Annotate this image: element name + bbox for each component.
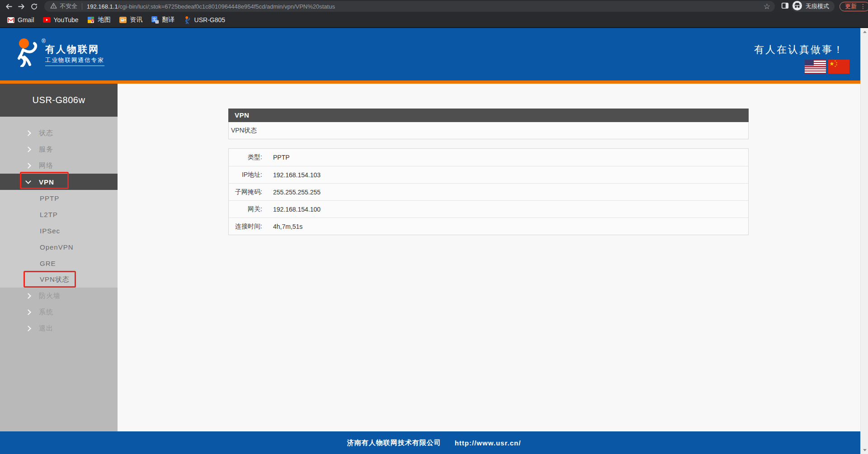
sidebar-item-vpn-status[interactable]: VPN状态 — [0, 271, 118, 288]
scrollbar[interactable] — [860, 28, 868, 454]
incognito-label: 无痕模式 — [806, 2, 829, 10]
back-icon[interactable] — [5, 3, 13, 10]
panel-subtitle: VPN状态 — [228, 122, 749, 139]
sidebar-item-ipsec[interactable]: IPSec — [0, 222, 118, 239]
browser-toolbar: 不安全 192.168.1.1 /cgi-bin/luci/;stok=6725… — [0, 0, 868, 13]
chevron-right-icon — [25, 309, 31, 315]
row-value: 255.255.255.255 — [262, 189, 321, 196]
bookmark-star-icon[interactable]: ☆ — [764, 3, 770, 10]
incognito-icon — [793, 1, 802, 12]
vpn-submenu: PPTP L2TP IPSec OpenVPN GRE VPN状态 — [0, 190, 118, 288]
device-name: USR-G806w — [0, 84, 118, 117]
gmail-icon — [7, 16, 14, 24]
usr-logo-icon — [184, 16, 191, 24]
scroll-down-icon[interactable] — [861, 446, 868, 454]
row-label: IP地址: — [229, 171, 262, 179]
bookmark-youtube[interactable]: YouTube — [43, 16, 79, 24]
row-label: 子网掩码: — [229, 188, 262, 196]
chevron-right-icon — [25, 147, 31, 152]
not-secure-warning-icon — [50, 2, 57, 11]
row-value: 192.168.154.103 — [262, 171, 321, 179]
update-button[interactable]: 更新 ⋮ — [840, 2, 868, 11]
sidebar-item-firewall[interactable]: 防火墙 — [0, 288, 118, 304]
row-label: 网关: — [229, 205, 262, 213]
table-row: 连接时间: 4h,7m,51s — [229, 218, 748, 235]
table-row: 子网掩码: 255.255.255.255 — [229, 183, 748, 200]
table-row: 网关: 192.168.154.100 — [229, 200, 748, 218]
security-label[interactable]: 不安全 — [60, 2, 77, 10]
chevron-right-icon — [25, 163, 31, 169]
company-name: 济南有人物联网技术有限公司 — [347, 439, 441, 447]
usr-logo — [14, 38, 40, 69]
chevron-right-icon — [25, 293, 31, 299]
news-icon — [119, 16, 127, 24]
company-url[interactable]: http://www.usr.cn/ — [455, 439, 521, 447]
brand-tagline: 工业物联网通信专家 — [45, 57, 104, 66]
sidebar-item-services[interactable]: 服务 — [0, 141, 118, 157]
page-body: USR-G806w 状态 服务 网络 VPN PPTP L2TP IPSec O… — [0, 84, 868, 431]
panel-title: VPN — [228, 109, 749, 122]
table-row: IP地址: 192.168.154.103 — [229, 166, 748, 183]
row-value: PPTP — [262, 154, 290, 161]
bookmark-gmail[interactable]: Gmail — [7, 16, 34, 24]
update-label[interactable]: 更新 — [845, 2, 857, 10]
english-flag-icon[interactable] — [805, 60, 826, 74]
reload-icon[interactable] — [30, 3, 38, 10]
table-row: 类型: PPTP — [229, 149, 748, 166]
row-label: 连接时间: — [229, 222, 262, 231]
sidebar-item-system[interactable]: 系统 — [0, 304, 118, 320]
url-divider — [82, 3, 82, 9]
chinese-flag-icon[interactable] — [828, 60, 849, 74]
svg-text:G: G — [156, 20, 158, 23]
bookmark-maps[interactable]: 地图 — [87, 16, 111, 24]
slogan: 有人在认真做事！ — [754, 43, 844, 57]
side-panel-icon[interactable] — [781, 2, 789, 11]
scroll-up-icon[interactable] — [861, 28, 868, 36]
forward-icon[interactable] — [18, 3, 25, 10]
chevron-right-icon — [25, 326, 31, 331]
sidebar-item-gre[interactable]: GRE — [0, 255, 118, 271]
translate-icon: 文G — [151, 16, 159, 24]
bookmark-usr-g805[interactable]: USR-G805 — [184, 16, 225, 24]
sidebar-item-pptp[interactable]: PPTP — [0, 190, 118, 206]
bookmarks-bar: Gmail YouTube 地图 资讯 文G 翻译 USR-G805 — [0, 13, 868, 28]
row-label: 类型: — [229, 153, 262, 161]
row-value: 192.168.154.100 — [262, 206, 321, 213]
menu-kebab-icon[interactable]: ⋮ — [860, 3, 866, 9]
brand-name: 有人物联网 — [45, 43, 99, 56]
accent-divider — [0, 80, 868, 84]
chevron-down-icon — [25, 178, 31, 184]
page-footer: 济南有人物联网技术有限公司 http://www.usr.cn/ — [0, 431, 868, 454]
sidebar-menu-bottom: 防火墙 系统 退出 — [0, 288, 118, 336]
sidebar-item-logout[interactable]: 退出 — [0, 320, 118, 336]
bookmark-translate[interactable]: 文G 翻译 — [151, 16, 175, 24]
sidebar-item-network[interactable]: 网络 — [0, 157, 118, 174]
url-host[interactable]: 192.168.1.1 — [87, 3, 118, 10]
sidebar-item-openvpn[interactable]: OpenVPN — [0, 239, 118, 255]
vpn-panel: VPN VPN状态 类型: PPTP IP地址: 192.168.154.103… — [228, 109, 749, 235]
sidebar-menu-top: 状态 服务 网络 — [0, 117, 118, 174]
vpn-status-table: 类型: PPTP IP地址: 192.168.154.103 子网掩码: 255… — [228, 148, 749, 235]
chevron-right-icon — [25, 130, 31, 136]
maps-icon — [87, 16, 95, 24]
address-bar[interactable]: 不安全 192.168.1.1 /cgi-bin/luci/;stok=6725… — [44, 1, 775, 12]
sidebar: USR-G806w 状态 服务 网络 VPN PPTP L2TP IPSec O… — [0, 84, 118, 431]
url-path[interactable]: /cgi-bin/luci/;stok=6725bedeaf0c1c801096… — [118, 3, 335, 10]
sidebar-item-vpn[interactable]: VPN — [0, 174, 118, 190]
site-header: ® 有人物联网 工业物联网通信专家 有人在认真做事！ — [0, 28, 868, 80]
sidebar-item-status[interactable]: 状态 — [0, 125, 118, 141]
youtube-icon — [43, 16, 51, 24]
main-content: VPN VPN状态 类型: PPTP IP地址: 192.168.154.103… — [118, 84, 868, 431]
row-value: 4h,7m,51s — [262, 223, 302, 230]
bookmark-news[interactable]: 资讯 — [119, 16, 143, 24]
incognito-badge: 无痕模式 — [792, 1, 835, 12]
sidebar-item-l2tp[interactable]: L2TP — [0, 206, 118, 222]
